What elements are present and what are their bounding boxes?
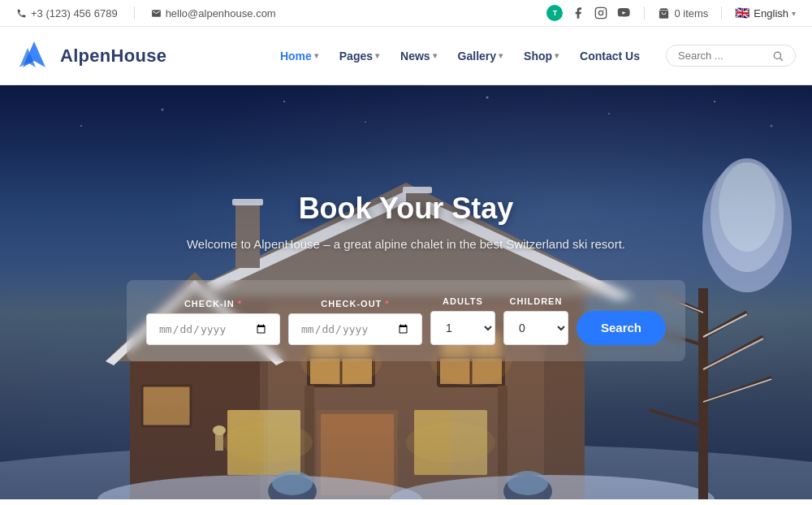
checkout-date-input[interactable]: [288, 313, 422, 345]
email-address: hello@alpenhouse.com: [166, 7, 276, 19]
checkin-date-field[interactable]: [158, 322, 268, 336]
booking-search-button[interactable]: Search: [577, 311, 666, 345]
nav-item-shop[interactable]: Shop ▾: [514, 43, 568, 69]
youtube-icon[interactable]: [616, 6, 631, 20]
checkout-date-field[interactable]: [300, 322, 410, 336]
checkout-required: *: [385, 299, 389, 309]
svg-rect-0: [596, 7, 607, 18]
hero-subtitle: Welcome to AlpenHouse – a great alpine c…: [127, 237, 685, 251]
cart-area[interactable]: 0 items: [658, 7, 708, 19]
children-label: CHILDREN: [503, 296, 568, 306]
nav-item-contact[interactable]: Contact Us: [570, 43, 650, 69]
phone-contact: +3 (123) 456 6789: [16, 7, 118, 19]
nav-item-pages[interactable]: Pages ▾: [330, 43, 389, 69]
chevron-down-icon: ▾: [375, 51, 379, 60]
logo-icon: [16, 38, 52, 74]
children-select[interactable]: 0 1 2 3 4: [503, 311, 568, 345]
tripadvisor-icon[interactable]: T: [546, 5, 563, 21]
checkin-date-input[interactable]: [146, 313, 280, 345]
nav-links: Home ▾ Pages ▾ News ▾ Gallery ▾ Shop ▾ C…: [270, 43, 650, 69]
facebook-icon[interactable]: [571, 6, 585, 20]
adults-group: ADULTS 1 2 3 4 5: [430, 296, 495, 345]
cart-icon: [658, 7, 670, 19]
cart-count: 0 items: [674, 7, 708, 19]
language-label: English: [754, 7, 788, 19]
top-bar-right: T 0 items 🇬🇧 English ▾: [546, 5, 796, 21]
hero-title: Book Your Stay: [127, 192, 685, 226]
email-contact: hello@alpenhouse.com: [151, 7, 276, 19]
checkin-group: CHECK-IN *: [146, 299, 280, 345]
phone-icon: [16, 8, 27, 19]
nav-item-gallery[interactable]: Gallery ▾: [448, 43, 512, 69]
nav-item-news[interactable]: News ▾: [391, 43, 447, 69]
top-bar-left: +3 (123) 456 6789 hello@alpenhouse.com: [16, 6, 276, 19]
email-icon: [151, 8, 162, 19]
hero-content: Book Your Stay Welcome to AlpenHouse – a…: [127, 192, 685, 361]
svg-point-2: [603, 10, 604, 11]
checkout-label: CHECK-OUT *: [288, 299, 422, 309]
checkin-label: CHECK-IN *: [146, 299, 280, 309]
search-submit-button[interactable]: [772, 50, 784, 62]
chevron-down-icon: ▾: [433, 51, 437, 60]
top-bar: +3 (123) 456 6789 hello@alpenhouse.com T…: [0, 0, 812, 27]
children-group: CHILDREN 0 1 2 3 4: [503, 296, 568, 345]
instagram-icon[interactable]: [594, 6, 608, 20]
adults-select[interactable]: 1 2 3 4 5: [430, 311, 495, 345]
chevron-down-icon: ▾: [499, 51, 503, 60]
language-selector[interactable]: 🇬🇧 English ▾: [735, 6, 796, 20]
hero-section: Book Your Stay Welcome to AlpenHouse – a…: [0, 85, 812, 499]
checkin-required: *: [238, 299, 242, 309]
search-icon: [772, 50, 784, 62]
booking-form: CHECK-IN * CHECK-OUT * ADULTS: [127, 280, 685, 361]
logo[interactable]: AlpenHouse: [16, 38, 166, 74]
nav-item-home[interactable]: Home ▾: [270, 43, 328, 69]
chevron-down-icon: ▾: [555, 51, 559, 60]
logo-text: AlpenHouse: [60, 45, 166, 67]
adults-label: ADULTS: [430, 296, 495, 306]
lang-chevron-icon: ▾: [792, 9, 796, 18]
chevron-down-icon: ▾: [314, 51, 318, 60]
svg-point-1: [599, 11, 603, 15]
svg-line-7: [780, 58, 783, 60]
flag-icon: 🇬🇧: [735, 6, 750, 20]
search-input[interactable]: [678, 50, 767, 62]
phone-number: +3 (123) 456 6789: [31, 7, 118, 19]
svg-point-6: [774, 52, 780, 58]
navbar: AlpenHouse Home ▾ Pages ▾ News ▾ Gallery…: [0, 27, 812, 85]
search-box: [666, 45, 796, 67]
social-icons: T: [546, 5, 631, 21]
checkout-group: CHECK-OUT *: [288, 299, 422, 345]
